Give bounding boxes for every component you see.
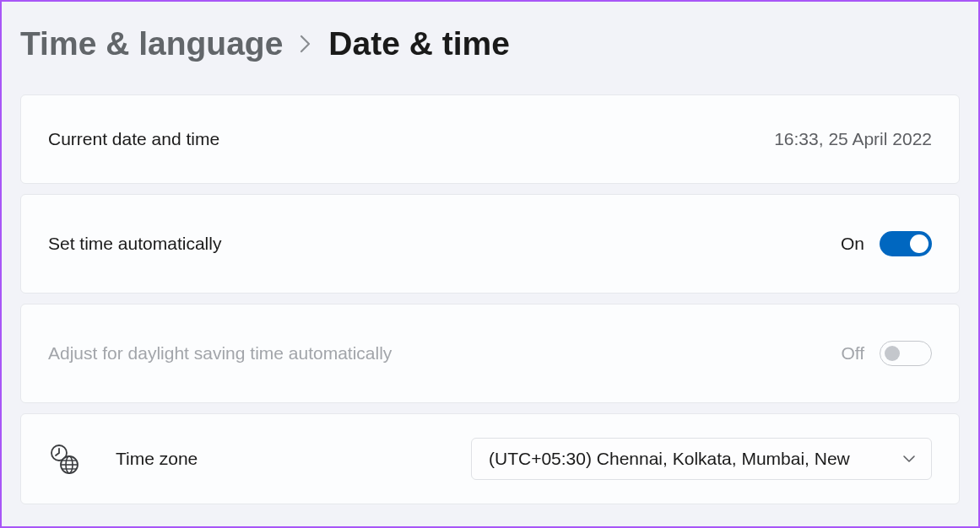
timezone-dropdown-value: (UTC+05:30) Chennai, Kolkata, Mumbai, Ne… <box>489 449 894 469</box>
page-title: Date & time <box>328 25 510 62</box>
dst-auto-label: Adjust for daylight saving time automati… <box>48 343 392 364</box>
timezone-left-group: Time zone <box>48 444 198 474</box>
set-time-auto-card: Set time automatically On <box>20 194 960 294</box>
set-time-auto-control: On <box>841 231 932 256</box>
current-datetime-card: Current date and time 16:33, 25 April 20… <box>20 94 960 184</box>
breadcrumb-parent-link[interactable]: Time & language <box>20 25 283 62</box>
current-datetime-value: 16:33, 25 April 2022 <box>774 129 932 149</box>
set-time-auto-state-text: On <box>841 234 864 254</box>
clock-globe-icon <box>48 444 79 474</box>
dst-auto-control: Off <box>841 341 932 366</box>
chevron-down-icon <box>902 451 916 466</box>
timezone-dropdown[interactable]: (UTC+05:30) Chennai, Kolkata, Mumbai, Ne… <box>471 438 932 480</box>
timezone-card: Time zone (UTC+05:30) Chennai, Kolkata, … <box>20 413 960 504</box>
dst-auto-toggle <box>880 341 932 366</box>
breadcrumb: Time & language Date & time <box>20 20 960 62</box>
dst-auto-state-text: Off <box>841 343 864 364</box>
set-time-auto-toggle[interactable] <box>880 231 932 256</box>
chevron-right-icon <box>300 35 311 53</box>
set-time-auto-label: Set time automatically <box>48 234 221 254</box>
timezone-label: Time zone <box>116 449 198 469</box>
dst-auto-card: Adjust for daylight saving time automati… <box>20 304 960 403</box>
current-datetime-label: Current date and time <box>48 129 219 149</box>
